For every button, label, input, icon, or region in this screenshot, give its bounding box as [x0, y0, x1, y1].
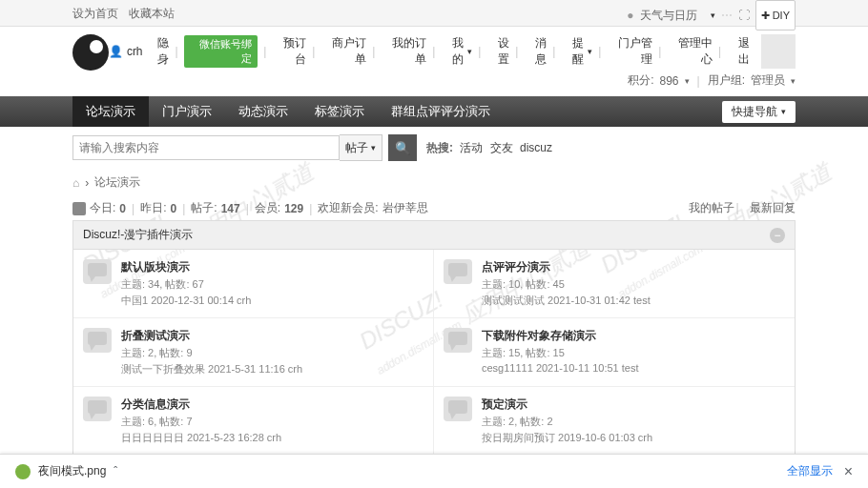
weather-link[interactable]: 天气与日历: [640, 2, 697, 29]
username-link[interactable]: crh: [127, 45, 143, 58]
close-icon[interactable]: ×: [844, 463, 853, 480]
stat-value: 0: [171, 202, 177, 215]
forum-item[interactable]: 分类信息演示主题: 6, 帖数: 7日日日日日日 2021-5-23 16:28…: [73, 387, 434, 456]
show-all-downloads[interactable]: 全部显示: [787, 463, 833, 479]
forum-last-post[interactable]: 按日期房间预订 2019-10-6 01:03 crh: [482, 431, 785, 445]
forum-stats: 主题: 2, 帖数: 2: [482, 415, 785, 429]
collapse-icon[interactable]: −: [770, 228, 785, 243]
speech-bubble-icon: [83, 328, 112, 353]
nav-item-portal[interactable]: 门户演示: [149, 96, 225, 127]
forum-title[interactable]: 分类信息演示: [121, 396, 424, 413]
forum-title[interactable]: 默认版块演示: [121, 259, 424, 275]
stat-label: 帖子:: [191, 200, 217, 216]
header-link[interactable]: 预订台: [272, 35, 306, 68]
hot-link[interactable]: 交友: [490, 141, 513, 154]
search-type-select[interactable]: 帖子 ▾: [340, 134, 382, 161]
search-input[interactable]: [72, 135, 340, 160]
search-button[interactable]: 🔍: [388, 134, 417, 161]
download-filename[interactable]: 夜间模式.png: [38, 463, 106, 479]
breadcrumb-current: 论坛演示: [94, 174, 140, 191]
download-bar: 夜间模式.png ˆ 全部显示 ×: [0, 454, 868, 488]
search-icon: 🔍: [395, 141, 411, 155]
group-value: 管理员: [751, 72, 785, 89]
forum-last-post[interactable]: 测试测试测试 2021-10-31 01:42 test: [482, 294, 785, 308]
nav-item-tag[interactable]: 标签演示: [301, 96, 378, 127]
forum-last-post[interactable]: cesg11111 2021-10-11 10:51 test: [482, 362, 785, 374]
hot-label: 热搜:: [426, 141, 453, 154]
header-link[interactable]: 我的订单: [381, 35, 426, 68]
forum-stats: 主题: 6, 帖数: 7: [121, 415, 424, 429]
speech-bubble-icon: [444, 328, 472, 353]
home-icon[interactable]: ⌂: [72, 176, 79, 190]
nav-item-activity[interactable]: 动态演示: [225, 96, 301, 127]
header-link[interactable]: 消息: [524, 35, 547, 68]
credits-value: 896: [660, 74, 679, 88]
forum-stats: 主题: 34, 帖数: 67: [121, 277, 424, 292]
hot-link[interactable]: 活动: [460, 141, 483, 154]
forum-title[interactable]: 下载附件对象存储演示: [482, 328, 785, 344]
forum-item[interactable]: 预定演示主题: 2, 帖数: 2按日期房间预订 2019-10-6 01:03 …: [434, 387, 795, 456]
forum-stats: 主题: 2, 帖数: 9: [121, 346, 424, 360]
breadcrumb-sep: ›: [85, 176, 89, 190]
favorite-link[interactable]: 收藏本站: [129, 7, 175, 20]
speech-bubble-icon: [83, 259, 112, 284]
speech-bubble-icon: [444, 396, 472, 421]
breadcrumb: ⌂ › 论坛演示: [0, 169, 868, 196]
chevron-down-icon: ▾: [711, 2, 715, 29]
logout-link[interactable]: 退出: [727, 35, 750, 68]
bullet-icon: ●: [627, 2, 633, 29]
forum-title[interactable]: 点评评分演示: [482, 259, 785, 275]
quick-nav-button[interactable]: 快捷导航 ▾: [722, 101, 796, 123]
forum-item[interactable]: 下载附件对象存储演示主题: 15, 帖数: 15cesg11111 2021-1…: [434, 318, 795, 387]
stat-label: 昨日:: [140, 200, 166, 216]
forum-last-post[interactable]: 日日日日日日 2021-5-23 16:28 crh: [121, 431, 424, 445]
forum-stats: 主题: 15, 帖数: 15: [482, 346, 785, 360]
user-icon: 👤: [109, 45, 123, 58]
header-link[interactable]: 商户订单: [320, 35, 366, 68]
forum-item[interactable]: 折叠测试演示主题: 2, 帖数: 9测试一下折叠效果 2021-5-31 11:…: [73, 318, 434, 387]
header-link[interactable]: 我的: [441, 35, 464, 68]
forum-item[interactable]: 默认版块演示主题: 34, 帖数: 67中国1 2020-12-31 00:14…: [73, 250, 434, 318]
file-icon: [15, 464, 31, 479]
chevron-up-icon[interactable]: ˆ: [114, 465, 117, 478]
avatar[interactable]: [761, 34, 796, 69]
stat-value: 129: [284, 202, 303, 215]
expand-icon[interactable]: ⛶: [738, 2, 750, 29]
forum-last-post[interactable]: 测试一下折叠效果 2021-5-31 11:16 crh: [121, 362, 424, 376]
login-status[interactable]: 隐身: [147, 35, 170, 68]
chevron-down-icon: ▾: [781, 107, 786, 116]
nav-item-forum[interactable]: 论坛演示: [72, 96, 149, 127]
stat-value: 147: [221, 202, 240, 215]
diy-button[interactable]: ✚ DIY: [755, 0, 796, 30]
stat-label: 会员:: [255, 200, 280, 216]
forum-grid: 默认版块演示主题: 34, 帖数: 67中国1 2020-12-31 00:14…: [72, 250, 796, 488]
forum-stats: 主题: 10, 帖数: 45: [482, 277, 785, 292]
credits-label: 积分:: [628, 72, 653, 89]
stats-icon[interactable]: [72, 202, 86, 215]
nav-item-group[interactable]: 群组点评评分演示: [378, 96, 504, 127]
logo-icon[interactable]: [72, 34, 109, 71]
newest-member-link[interactable]: 岩伊莘思: [382, 200, 428, 216]
forum-title[interactable]: 折叠测试演示: [121, 328, 424, 344]
section-header[interactable]: Discuz!-漫宁插件演示 −: [72, 220, 796, 250]
forum-last-post[interactable]: 中国1 2020-12-31 00:14 crh: [121, 294, 424, 308]
header-link[interactable]: 设置: [486, 35, 509, 68]
my-posts-link[interactable]: 我的帖子: [689, 201, 734, 214]
header: 👤 crh 隐身 | 微信账号绑定 | 预订台| 商户订单| 我的订单| 我的▾…: [0, 27, 868, 96]
header-link[interactable]: 门户管理: [607, 35, 652, 68]
header-link[interactable]: 管理中心: [667, 35, 713, 68]
wechat-bind-button[interactable]: 微信账号绑定: [184, 35, 258, 68]
speech-bubble-icon: [444, 259, 472, 284]
latest-reply-link[interactable]: 最新回复: [750, 201, 796, 214]
section-title: Discuz!-漫宁插件演示: [83, 227, 193, 243]
set-home-link[interactable]: 设为首页: [72, 7, 118, 20]
separator-icon: ⋯: [721, 2, 733, 29]
hot-link[interactable]: discuz: [520, 141, 552, 154]
header-link[interactable]: 提醒: [561, 35, 584, 68]
stat-value: 0: [119, 202, 126, 215]
main-nav: 论坛演示 门户演示 动态演示 标签演示 群组点评评分演示 快捷导航 ▾: [0, 96, 868, 127]
speech-bubble-icon: [83, 396, 112, 421]
stat-label: 今日:: [90, 200, 115, 216]
forum-item[interactable]: 点评评分演示主题: 10, 帖数: 45测试测试测试 2021-10-31 01…: [434, 250, 795, 318]
forum-title[interactable]: 预定演示: [482, 396, 785, 413]
